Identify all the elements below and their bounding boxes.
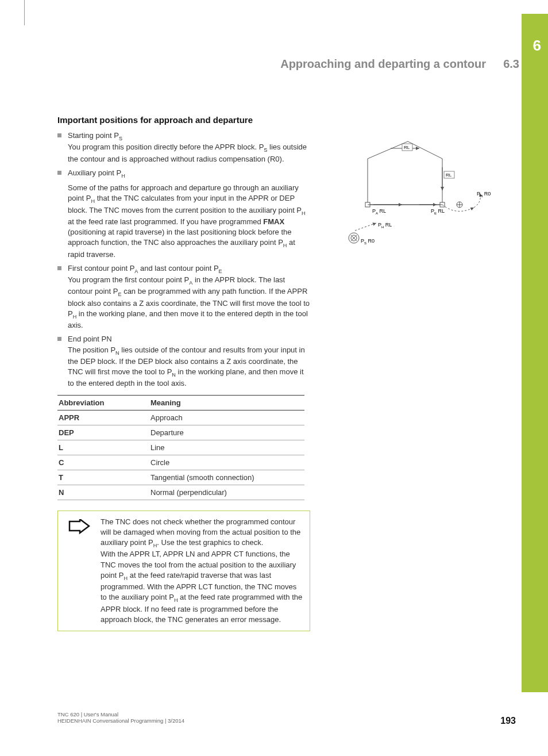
- content-region: Important positions for approach and dep…: [57, 115, 494, 631]
- list-body: Some of the paths for approach and depar…: [68, 183, 310, 260]
- fig-rl-right: RL: [446, 172, 452, 178]
- chapter-tab: [522, 14, 548, 692]
- note-box: The TNC does not check whether the progr…: [57, 511, 310, 631]
- list-item: Starting point PS You program this posit…: [57, 131, 310, 164]
- fig-ph-label: PH RL: [378, 222, 392, 229]
- page-header: Approaching and departing a contour 6.3: [57, 57, 548, 78]
- abbreviation-table: Abbreviation Meaning APPRApproach DEPDep…: [57, 395, 304, 500]
- list-item: Auxiliary point PH Some of the paths for…: [57, 168, 310, 260]
- list-title: Auxiliary point PH: [68, 168, 125, 177]
- table-row: CCircle: [57, 455, 304, 470]
- svg-line-12: [355, 223, 376, 231]
- header-title: Approaching and departing a contour: [280, 57, 486, 71]
- page-number: 193: [500, 716, 516, 726]
- fig-ps-label: PS R0: [361, 238, 375, 245]
- list-title: End point PN: [68, 335, 112, 343]
- arrow-right-icon: [65, 517, 92, 625]
- table-row: LLine: [57, 440, 304, 455]
- table-row: DEPDeparture: [57, 425, 304, 440]
- list-item: First contour point PA and last contour …: [57, 263, 310, 331]
- footer-line1: TNC 620 | User's Manual: [57, 711, 516, 717]
- sub-heading: Important positions for approach and dep…: [57, 115, 494, 125]
- list-body: You program this position directly befor…: [68, 142, 310, 164]
- col-head-abbrev: Abbreviation: [57, 395, 149, 410]
- list-title: First contour point PA and last contour …: [68, 264, 222, 273]
- list-body: The position PN lies outside of the cont…: [68, 345, 310, 389]
- fig-pa-label: PA RL: [372, 208, 386, 215]
- footer-line2: HEIDENHAIN Conversational Programming | …: [57, 717, 516, 724]
- fig-pn-label: PN R0: [477, 191, 491, 198]
- list-body: You program the first contour point PA i…: [68, 275, 310, 331]
- contour-figure: RL RL PA RL PE RL PN R0 PH RL: [345, 136, 500, 251]
- list-title: Starting point PS: [68, 131, 122, 140]
- page-footer: TNC 620 | User's Manual HEIDENHAIN Conve…: [57, 711, 516, 724]
- table-row: TTangential (smooth connection): [57, 470, 304, 485]
- chapter-number: 6: [533, 37, 541, 55]
- fig-pe-label: PE RL: [431, 208, 445, 215]
- header-section: 6.3: [503, 57, 519, 71]
- table-row: APPRApproach: [57, 410, 304, 425]
- note-content: The TNC does not check whether the progr…: [101, 517, 303, 625]
- table-row: NNormal (perpendicular): [57, 485, 304, 500]
- crop-mark: [24, 0, 25, 25]
- list-item: End point PN The position PN lies outsid…: [57, 334, 310, 389]
- fig-rl-top: RL: [404, 145, 410, 150]
- bullet-list: Starting point PS You program this posit…: [57, 131, 310, 389]
- col-head-meaning: Meaning: [149, 395, 304, 410]
